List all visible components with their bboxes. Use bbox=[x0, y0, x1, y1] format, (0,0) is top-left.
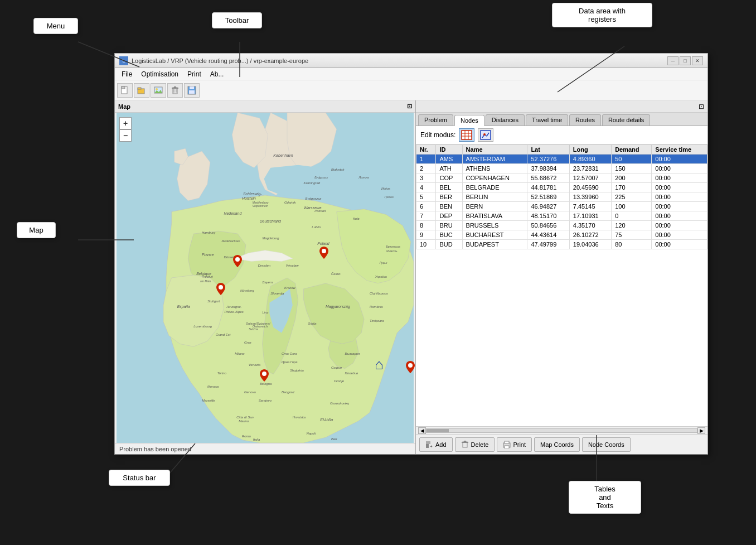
table-scrollbar[interactable]: ◀ ▶ bbox=[416, 426, 707, 434]
menu-print[interactable]: Print bbox=[183, 69, 206, 79]
table-row[interactable]: 3COPCOPENHAGEN55.6867212.5700720000:00 bbox=[416, 173, 707, 183]
map-container[interactable]: France Poland Deutschland España Nederla… bbox=[115, 113, 415, 443]
col-id: ID bbox=[436, 145, 462, 155]
cell-5: 0 bbox=[612, 211, 652, 221]
svg-text:Bydgoszcz: Bydgoszcz bbox=[306, 197, 322, 200]
cell-5: 75 bbox=[612, 230, 652, 240]
svg-rect-123 bbox=[505, 441, 509, 443]
zoom-out-button[interactable]: − bbox=[119, 129, 132, 142]
window-title: LogisticsLab / VRP (Vehicle routing prob… bbox=[132, 57, 667, 64]
menu-file[interactable]: File bbox=[117, 69, 137, 79]
cell-4: 7.45145 bbox=[569, 202, 611, 211]
svg-text:Marseille: Marseille bbox=[202, 399, 215, 402]
table-row[interactable]: 1AMSAMSTERDAM52.372764.893605000:00 bbox=[416, 155, 707, 164]
svg-text:Литуа: Литуа bbox=[358, 176, 369, 179]
cell-5: 170 bbox=[612, 183, 652, 192]
menu-about[interactable]: Ab... bbox=[206, 69, 229, 79]
svg-point-101 bbox=[235, 257, 240, 262]
table-row[interactable]: 7DEPBRATISLAVA48.1517017.10931000:00 bbox=[416, 211, 707, 221]
menu-optimisation[interactable]: Optimisation bbox=[137, 69, 183, 79]
cell-0: 1 bbox=[416, 155, 436, 164]
cell-4: 4.35170 bbox=[569, 221, 611, 230]
cell-1: AMS bbox=[436, 155, 462, 164]
scroll-right-button[interactable]: ▶ bbox=[697, 427, 705, 434]
node-coords-button[interactable]: Node Coords bbox=[582, 437, 631, 452]
svg-text:Marino: Marino bbox=[239, 419, 249, 423]
map-coords-button[interactable]: Map Coords bbox=[534, 437, 580, 452]
edit-grid-icon bbox=[461, 130, 472, 140]
col-name: Name bbox=[462, 145, 527, 155]
table-row[interactable]: 4BELBELGRADE44.8178120.4569017000:00 bbox=[416, 183, 707, 192]
svg-point-102 bbox=[219, 285, 223, 290]
svg-text:Bari: Bari bbox=[331, 437, 337, 441]
save-icon bbox=[187, 86, 196, 95]
tab-routes[interactable]: Routes bbox=[569, 114, 601, 126]
cell-2: ATHENS bbox=[462, 164, 527, 173]
save-button[interactable] bbox=[184, 83, 200, 98]
cell-5: 200 bbox=[612, 173, 652, 183]
table-row[interactable]: 8BRUBRUSSELS50.846564.3517012000:00 bbox=[416, 221, 707, 230]
new-button[interactable] bbox=[117, 83, 133, 98]
svg-text:Crna Gora: Crna Gora bbox=[282, 352, 297, 355]
data-area-callout: Data area with registers bbox=[552, 3, 652, 27]
minimize-button[interactable]: ─ bbox=[667, 56, 679, 65]
svg-text:Niedersachsen: Niedersachsen bbox=[222, 240, 240, 243]
tab-travel-time[interactable]: Travel time bbox=[526, 114, 568, 126]
map-maximize-icon[interactable]: ⊡ bbox=[407, 103, 412, 110]
cell-1: BEL bbox=[436, 183, 462, 192]
print-button[interactable]: Print bbox=[497, 437, 532, 452]
add-button[interactable]: + Add bbox=[419, 437, 453, 452]
table-row[interactable]: 2ATHATHENS37.9839423.7283115000:00 bbox=[416, 164, 707, 173]
svg-text:Osterreich: Osterreich bbox=[253, 325, 268, 328]
edit-map-button[interactable] bbox=[478, 128, 493, 142]
edit-grid-button[interactable] bbox=[459, 128, 474, 142]
table-row[interactable]: 5BERBERLIN52.5186913.3996022500:00 bbox=[416, 192, 707, 202]
cell-6: 00:00 bbox=[652, 164, 707, 173]
nodes-table[interactable]: Nr. ID Name Lat Long Demand Service time… bbox=[416, 144, 707, 426]
cell-3: 52.51869 bbox=[527, 192, 569, 202]
zoom-in-button[interactable]: + bbox=[119, 117, 132, 129]
cell-1: DEP bbox=[436, 211, 462, 221]
cell-4: 13.39960 bbox=[569, 192, 611, 202]
delete-button[interactable]: Delete bbox=[455, 437, 495, 452]
app-icon: L bbox=[119, 56, 128, 65]
svg-text:Hrvatska: Hrvatska bbox=[293, 416, 306, 419]
scroll-left-button[interactable]: ◀ bbox=[418, 427, 426, 434]
svg-text:Україна: Україна bbox=[375, 275, 387, 278]
svg-rect-13 bbox=[172, 88, 178, 89]
image-button[interactable] bbox=[151, 83, 166, 98]
cell-3: 44.43614 bbox=[527, 230, 569, 240]
tab-distances[interactable]: Distances bbox=[486, 114, 525, 126]
tab-route-details[interactable]: Route details bbox=[602, 114, 650, 126]
cell-0: 7 bbox=[416, 211, 436, 221]
svg-text:Linz: Linz bbox=[263, 311, 269, 314]
svg-text:Auvergne-: Auvergne- bbox=[226, 305, 241, 308]
tab-problem[interactable]: Problem bbox=[418, 114, 453, 126]
delete-button[interactable] bbox=[167, 83, 183, 98]
svg-text:Луцьк: Луцьк bbox=[379, 262, 387, 264]
tab-nodes[interactable]: Nodes bbox=[454, 115, 484, 126]
svg-text:Deutschland: Deutschland bbox=[260, 219, 282, 223]
open-button[interactable] bbox=[134, 83, 149, 98]
svg-text:España: España bbox=[177, 305, 191, 309]
scroll-track[interactable] bbox=[426, 428, 697, 433]
cell-2: AMSTERDAM bbox=[462, 155, 527, 164]
cell-4: 17.10931 bbox=[569, 211, 611, 221]
svg-rect-120 bbox=[462, 442, 468, 443]
svg-text:Скопjе: Скопjе bbox=[334, 379, 345, 383]
add-icon: + bbox=[425, 441, 433, 448]
table-row[interactable]: 9BUCBUCHAREST44.4361426.102727500:00 bbox=[416, 230, 707, 240]
toolbar-callout: Toolbar bbox=[212, 12, 262, 28]
data-maximize-icon[interactable]: ⊡ bbox=[699, 103, 704, 110]
svg-rect-19 bbox=[189, 90, 195, 94]
table-row[interactable]: 10BUDBUDAPEST47.4979919.040368000:00 bbox=[416, 240, 707, 249]
svg-text:Пловдив: Пловдив bbox=[345, 372, 358, 375]
table-row[interactable]: 6BENBERN46.948277.4514510000:00 bbox=[416, 202, 707, 211]
close-button[interactable]: ✕ bbox=[692, 56, 703, 65]
col-demand: Demand bbox=[612, 145, 652, 155]
nodes-data-table: Nr. ID Name Lat Long Demand Service time… bbox=[416, 144, 707, 249]
svg-text:Црна Гора: Црна Гора bbox=[282, 360, 298, 364]
maximize-button[interactable]: □ bbox=[680, 56, 691, 65]
svg-text:Schleswig-: Schleswig- bbox=[243, 192, 262, 196]
cell-1: BER bbox=[436, 192, 462, 202]
